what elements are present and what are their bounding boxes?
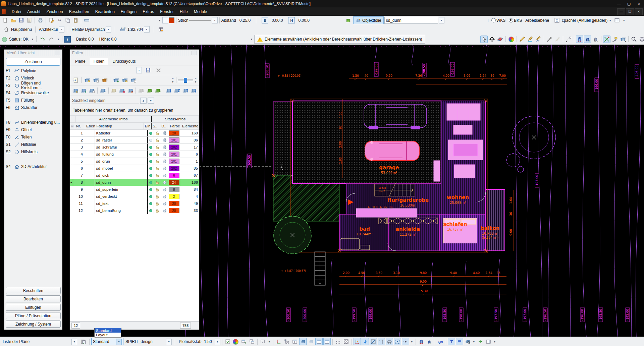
layer-print-toggle[interactable] (161, 179, 168, 186)
table-view-icon[interactable] (291, 338, 299, 345)
layer-row-sd_dünn[interactable]: ► 8 sd_dünn 24 166 (70, 179, 199, 186)
layer-copy-plus-icon[interactable]: + (88, 86, 96, 95)
status-caret[interactable]: ▾ (31, 38, 35, 41)
layer-visible-toggle[interactable] (148, 137, 154, 143)
active-layer-combo[interactable]: sd_dünn (384, 17, 438, 24)
layer-print-toggle[interactable] (161, 137, 168, 143)
car-symbol-icon[interactable] (386, 338, 393, 345)
layer-visible-toggle[interactable] (148, 144, 154, 151)
sidebar-pin-icon[interactable] (55, 51, 60, 55)
select-dots-icon[interactable] (394, 338, 401, 345)
list-lines-icon[interactable] (456, 338, 463, 345)
window-single-icon[interactable] (315, 338, 323, 345)
menu-item-beschriften[interactable]: Beschriften (66, 7, 92, 16)
mdi-close-button[interactable]: ✕ (635, 8, 643, 15)
layer-plus-icon[interactable]: + (80, 86, 88, 95)
layer-row-sd_schraffur[interactable]: 3 sd_schraffur 202 17 (70, 144, 199, 151)
h-value[interactable]: 0.00.0 (298, 18, 309, 23)
layer-lock-toggle[interactable] (154, 207, 161, 214)
panel-box-icon[interactable] (485, 338, 492, 345)
abstand-value[interactable]: 0.25.0 (239, 18, 251, 23)
layer-visible-toggle[interactable] (148, 200, 154, 207)
layer-color-chip[interactable]: 201 (168, 151, 180, 158)
layer-up-icon[interactable] (165, 86, 173, 95)
layer-flat-dis-icon[interactable] (137, 86, 145, 95)
sidebar-item-hilfslinie[interactable]: S1 Hilfslinie (4, 141, 62, 148)
save-icon[interactable] (144, 66, 152, 74)
measure-point-icon[interactable] (565, 36, 572, 43)
notepad-icon[interactable] (25, 17, 33, 24)
zoom-scale-value[interactable]: 1:82.704 (127, 27, 143, 32)
plans-list-dropdown[interactable]: ▾ (71, 339, 77, 345)
hatch-box-icon[interactable] (342, 338, 350, 345)
sidebar-item-hilfskreis[interactable]: S2 Hilfskreis (4, 148, 62, 156)
sidebar-item-revisionswolke[interactable]: F4 Revisionswolke (4, 89, 62, 97)
sidebar-item-polylinie[interactable]: F1 Polylinie (4, 67, 62, 74)
h-toggle-button[interactable]: H (288, 17, 295, 23)
layer-print-toggle[interactable] (161, 151, 168, 158)
maximize-button[interactable]: ▢ (624, 0, 634, 7)
layer-print-toggle[interactable] (161, 130, 168, 136)
snap-mode-dropdown[interactable]: ▾ (106, 26, 111, 33)
layer-row-Kataster[interactable]: 1 Kataster 20 160 (70, 130, 199, 137)
search-prev-button[interactable]: ▲ (140, 98, 147, 104)
layer-visible-toggle[interactable] (148, 172, 154, 179)
layer-updown-icon[interactable] (181, 86, 190, 95)
colorwheel-icon[interactable] (232, 338, 239, 345)
overflow-caret[interactable]: ▾ (622, 19, 626, 22)
user-dropdown-caret[interactable]: ▾ (608, 19, 612, 22)
layer-print-toggle[interactable] (161, 186, 168, 193)
snap-mode-combo[interactable]: Relativ Dynamisch (71, 27, 105, 32)
close-button[interactable]: ✕ (634, 0, 644, 7)
column-header-Elemente[interactable]: Elemente (181, 123, 199, 129)
pencil-icon[interactable] (519, 36, 526, 43)
column-header-Nr.[interactable]: Nr. (75, 123, 85, 129)
menu-item-hilfe[interactable]: Hilfe (177, 7, 191, 16)
layer-lock-toggle[interactable] (154, 165, 161, 172)
layer-print-toggle[interactable] (161, 158, 168, 165)
plans-list-combo[interactable]: Liste der Pläne ▾ (1, 338, 78, 345)
plot-scale-value[interactable]: 1:50 (204, 339, 212, 344)
layer-print-toggle[interactable] (161, 207, 168, 214)
menu-item-ansicht[interactable]: Ansicht (24, 7, 43, 16)
pencil-underline-icon[interactable] (527, 36, 534, 43)
column-header-S..[interactable]: S.. (152, 123, 160, 129)
magnifier-icon[interactable] (630, 36, 638, 43)
tool-caret[interactable]: ▾ (267, 340, 271, 343)
orbit-icon[interactable] (496, 36, 504, 43)
layer-row-sd_bemaßung[interactable]: 12 sd_bemaßung 20 33 (70, 207, 199, 214)
tab-pläne[interactable]: Pläne (71, 58, 89, 65)
tool-caret[interactable]: ▾ (493, 340, 497, 343)
column-grid-icon[interactable] (378, 338, 385, 345)
brush-icon[interactable] (554, 36, 561, 43)
design-combo[interactable]: SPIRIT_design ▾ (124, 338, 173, 345)
column-header-Farbe[interactable]: Farbe (169, 123, 181, 129)
layer-row-sd_grün[interactable]: 5 sd_grün 201 1 (70, 158, 199, 165)
layer-visible-toggle[interactable] (148, 130, 154, 136)
layer-visible-toggle[interactable] (148, 158, 154, 165)
layerblue-lock-icon[interactable] (120, 76, 129, 84)
magnet-icon[interactable] (418, 338, 425, 345)
layer-import-icon[interactable] (71, 76, 80, 84)
layer-lock-new-icon[interactable] (83, 76, 91, 84)
menu-item-extras[interactable]: Extras (140, 7, 157, 16)
page-edit-icon[interactable] (48, 17, 55, 24)
objektfolie-button[interactable]: Objektfolie (353, 16, 384, 24)
design-dropdown[interactable]: ▾ (166, 339, 172, 345)
sidebar-item-f-llung[interactable]: F5 Füllung (4, 97, 62, 104)
layer-visible-toggle[interactable] (148, 151, 154, 158)
sidebar-button-bearbeiten[interactable]: Bearbeiten (6, 295, 61, 302)
column-header-Folientyp[interactable]: Folientyp (95, 123, 144, 129)
undo-icon[interactable] (38, 35, 47, 43)
layer-fade-dis-icon[interactable] (110, 86, 118, 95)
layer-color-chip[interactable]: 24 (168, 179, 180, 186)
pen-color-swatch[interactable] (169, 17, 174, 23)
sidebar-button-zeichnung-system[interactable]: Zeichnung / System (6, 321, 61, 328)
layer-row-sd_raster[interactable]: 2 sd_raster 201 86 (70, 137, 199, 144)
printer-icon[interactable] (37, 17, 44, 24)
layerblue-plus-icon[interactable]: + (112, 76, 120, 84)
magnet-small-icon[interactable] (584, 36, 591, 43)
plot-scale-dropdown[interactable]: ▾ (215, 339, 220, 345)
layer-lock-toggle[interactable] (154, 172, 161, 179)
open-folder-icon[interactable] (9, 17, 17, 24)
